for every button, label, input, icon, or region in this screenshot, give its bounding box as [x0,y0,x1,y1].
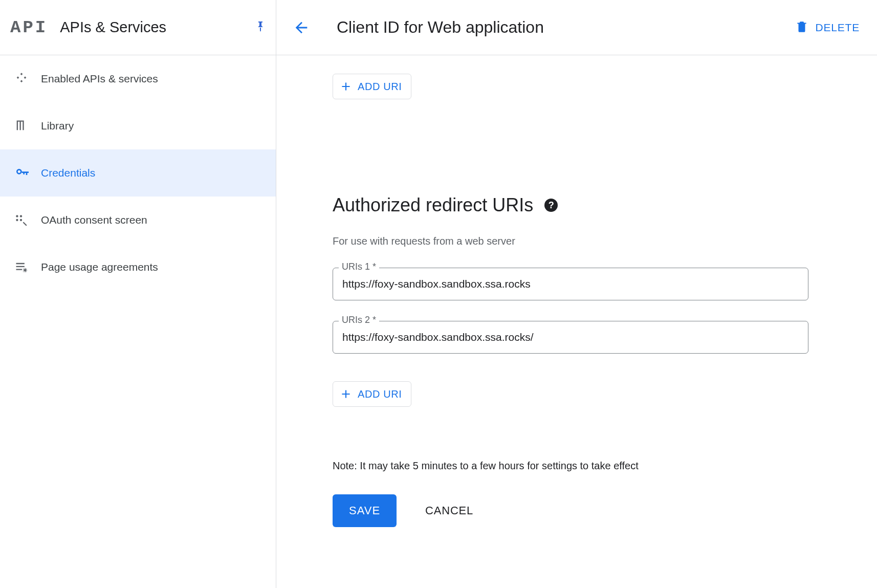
add-uri-button-bottom[interactable]: ADD URI [333,381,411,407]
sidebar-item-label: Library [41,120,74,132]
sidebar-item-label: Credentials [41,167,95,179]
add-uri-label: ADD URI [358,388,402,400]
content: ADD URI Authorized redirect URIs ? For u… [276,55,808,527]
page-usage-icon [14,260,41,274]
svg-point-1 [20,215,22,217]
sidebar-header: API APIs & Services [0,0,276,55]
save-button[interactable]: SAVE [333,494,397,527]
pin-icon[interactable] [254,19,267,36]
page-title: Client ID for Web application [337,18,795,37]
settings-note: Note: It may take 5 minutes to a few hou… [333,460,808,472]
svg-point-0 [16,215,18,217]
svg-point-2 [16,219,18,221]
sidebar-item-oauth-consent[interactable]: OAuth consent screen [0,197,276,244]
cancel-button[interactable]: CANCEL [425,504,473,517]
svg-point-4 [24,269,26,271]
action-row: SAVE CANCEL [333,494,808,527]
sidebar-item-label: OAuth consent screen [41,214,147,226]
add-uri-label: ADD URI [358,81,402,93]
app-layout: API APIs & Services Enabled APIs & servi… [0,0,877,588]
delete-label: DELETE [816,21,860,34]
uri-input-2[interactable] [333,321,808,354]
section-title: Authorized redirect URIs [333,194,533,216]
sidebar-item-label: Page usage agreements [41,261,158,273]
credentials-icon [14,165,41,181]
uri-field-2: URIs 2 * [333,321,808,354]
delete-button[interactable]: DELETE [795,19,860,36]
help-icon[interactable]: ? [544,199,558,212]
nav-list: Enabled APIs & services Library Credenti… [0,55,276,291]
plus-icon [339,387,353,401]
trash-icon [795,19,808,36]
api-logo: API [10,18,48,37]
uri-field-label: URIs 1 * [339,262,379,272]
redirect-uris-section: Authorized redirect URIs ? For use with … [333,194,808,527]
main: Client ID for Web application DELETE ADD… [276,0,877,588]
sidebar-title: APIs & Services [60,19,254,36]
svg-point-3 [20,219,22,221]
sidebar-item-page-usage[interactable]: Page usage agreements [0,244,276,291]
oauth-consent-icon [14,213,41,227]
section-subtitle: For use with requests from a web server [333,235,808,247]
uri-input-1[interactable] [333,268,808,300]
back-button[interactable] [293,19,310,36]
header-bar: Client ID for Web application DELETE [276,0,877,55]
uri-field-1: URIs 1 * [333,268,808,300]
sidebar-item-enabled-apis[interactable]: Enabled APIs & services [0,55,276,102]
plus-icon [339,80,353,93]
sidebar-item-library[interactable]: Library [0,102,276,149]
sidebar: API APIs & Services Enabled APIs & servi… [0,0,276,588]
sidebar-item-credentials[interactable]: Credentials [0,149,276,197]
add-uri-button-top[interactable]: ADD URI [333,74,411,99]
enabled-apis-icon [14,72,41,86]
library-icon [14,119,41,133]
uri-field-label: URIs 2 * [339,315,379,325]
section-title-row: Authorized redirect URIs ? [333,194,808,216]
sidebar-item-label: Enabled APIs & services [41,73,158,85]
